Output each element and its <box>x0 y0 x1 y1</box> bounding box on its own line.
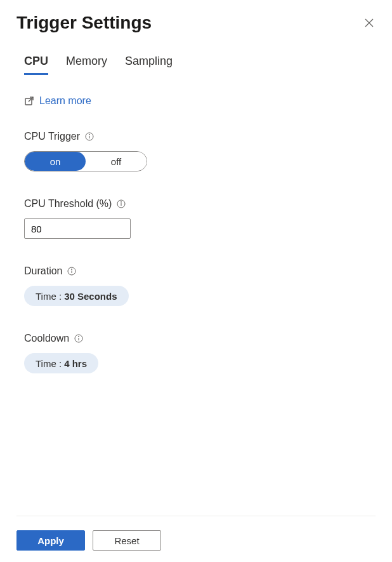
info-icon[interactable] <box>67 267 76 276</box>
cooldown-time-label: Time : <box>36 358 62 369</box>
toggle-on[interactable]: on <box>25 152 86 171</box>
duration-selector[interactable]: Time : 30 Seconds <box>24 286 129 306</box>
duration-time-value: 30 Seconds <box>64 291 117 302</box>
tab-bar: CPU Memory Sampling <box>0 39 392 75</box>
cpu-threshold-input[interactable] <box>24 218 131 239</box>
svg-point-15 <box>79 337 79 337</box>
apply-button[interactable]: Apply <box>16 530 85 551</box>
cpu-trigger-toggle[interactable]: on off <box>24 151 147 171</box>
svg-point-9 <box>121 202 122 203</box>
info-icon[interactable] <box>117 199 126 208</box>
svg-point-6 <box>89 135 90 135</box>
duration-time-label: Time : <box>36 291 62 302</box>
info-icon[interactable] <box>85 132 94 141</box>
close-button[interactable] <box>363 17 376 29</box>
learn-more-label: Learn more <box>39 95 91 107</box>
tab-sampling[interactable]: Sampling <box>125 55 173 75</box>
tab-memory[interactable]: Memory <box>66 55 107 75</box>
learn-more-link[interactable]: Learn more <box>24 95 91 107</box>
tab-cpu[interactable]: CPU <box>24 55 48 75</box>
toggle-off[interactable]: off <box>86 152 147 171</box>
close-icon <box>364 18 374 28</box>
external-link-icon <box>24 96 34 106</box>
cooldown-selector[interactable]: Time : 4 hrs <box>24 353 98 373</box>
svg-point-12 <box>72 269 72 270</box>
page-title: Trigger Settings <box>16 13 152 33</box>
cpu-threshold-label: CPU Threshold (%) <box>24 198 112 210</box>
cpu-trigger-label: CPU Trigger <box>24 131 80 142</box>
svg-line-3 <box>29 97 33 102</box>
reset-button[interactable]: Reset <box>93 530 161 551</box>
footer-divider <box>16 516 376 516</box>
duration-label: Duration <box>24 265 62 277</box>
cooldown-label: Cooldown <box>24 333 69 344</box>
cooldown-time-value: 4 hrs <box>64 358 87 369</box>
info-icon[interactable] <box>74 334 83 343</box>
